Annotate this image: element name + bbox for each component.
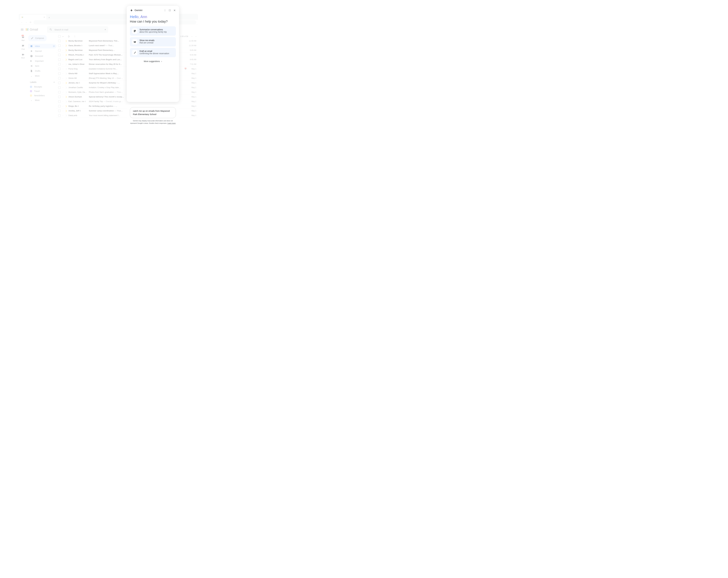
star-icon[interactable]: ☆ [62, 40, 64, 42]
sidebar-item-drafts[interactable]: Drafts [28, 69, 56, 73]
more-icon[interactable] [74, 35, 76, 38]
important-icon[interactable]: ❯ [66, 96, 67, 98]
star-icon[interactable]: ☆ [62, 49, 64, 51]
mail-time: May 1 [188, 86, 196, 89]
star-icon[interactable]: ☆ [62, 96, 64, 98]
row-checkbox[interactable] [58, 86, 60, 89]
expand-icon[interactable] [168, 9, 171, 11]
row-checkbox[interactable] [58, 91, 60, 93]
close-icon[interactable]: × [44, 16, 45, 18]
star-icon[interactable]: ☆ [62, 72, 64, 75]
chevron-down-icon[interactable]: ▾ [62, 36, 63, 37]
select-all-checkbox[interactable] [58, 35, 60, 37]
folder-icon: ⌄ [30, 74, 33, 77]
row-checkbox[interactable] [58, 82, 60, 84]
more-icon[interactable] [164, 9, 166, 11]
forward-icon[interactable]: → [25, 21, 28, 24]
star-icon[interactable]: ☆ [62, 63, 64, 66]
important-icon[interactable]: ❯ [66, 77, 67, 79]
label-color-icon [30, 86, 32, 88]
gemini-input[interactable]: catch me up on emails from Maywood Park … [130, 107, 176, 118]
important-icon[interactable]: ❯ [66, 54, 67, 56]
row-checkbox[interactable] [58, 114, 60, 117]
gemini-suggestion-card[interactable]: Summarize conversationsabout the upcomin… [130, 26, 176, 36]
important-icon[interactable]: ❯ [66, 63, 67, 65]
row-checkbox[interactable] [58, 68, 60, 70]
sidebar-item-starred[interactable]: Starred [28, 49, 56, 53]
row-checkbox[interactable] [58, 40, 60, 42]
label-item-more[interactable]: ⌄More [28, 98, 56, 102]
important-icon[interactable]: ❯ [66, 110, 67, 112]
more-suggestions-button[interactable]: More suggestions › [130, 59, 176, 63]
learn-more-link[interactable]: Learn more [167, 122, 176, 124]
label-item-travel[interactable]: Travel [28, 89, 56, 93]
important-icon[interactable]: ❯ [66, 68, 67, 70]
star-icon[interactable]: ☆ [62, 77, 64, 79]
important-icon[interactable]: ❯ [66, 91, 67, 93]
important-icon[interactable]: ❯ [66, 100, 67, 102]
rail-meet[interactable]: Meet [21, 53, 25, 59]
rail-label: Mail [22, 40, 24, 41]
row-checkbox[interactable] [58, 58, 60, 61]
rail-mail[interactable]: 16 Mail [21, 35, 25, 41]
refresh-icon[interactable] [68, 35, 70, 38]
row-checkbox[interactable] [58, 63, 60, 66]
row-checkbox[interactable] [58, 49, 60, 51]
reload-icon[interactable]: ⟳ [29, 21, 32, 24]
important-icon[interactable]: ❯ [66, 105, 67, 107]
sidebar: Compose Inbox16StarredSnoozedImportantSe… [27, 34, 56, 132]
star-icon[interactable]: ☆ [62, 110, 64, 112]
important-icon[interactable]: ❯ [66, 40, 67, 42]
star-icon[interactable]: ☆ [62, 100, 64, 103]
important-icon[interactable]: ❯ [66, 114, 67, 117]
label-item-receipts[interactable]: Receipts [28, 85, 56, 89]
row-checkbox[interactable] [58, 44, 60, 47]
sidebar-item-snoozed[interactable]: Snoozed [28, 54, 56, 58]
important-icon[interactable]: ❯ [66, 49, 67, 51]
search-options-icon[interactable]: ▾ [105, 28, 106, 31]
star-icon[interactable]: ☆ [62, 105, 64, 107]
label-item-newsletters[interactable]: Newsletters [28, 94, 56, 98]
important-icon[interactable]: ❯ [66, 82, 67, 84]
star-icon[interactable]: ☆ [62, 114, 64, 117]
add-label-icon[interactable]: + [53, 81, 55, 83]
sidebar-item-inbox[interactable]: Inbox16 [28, 44, 56, 49]
back-icon[interactable]: ← [20, 21, 23, 24]
menu-icon[interactable] [20, 28, 24, 31]
important-icon[interactable]: ❯ [66, 86, 67, 89]
row-checkbox[interactable] [58, 54, 60, 56]
star-icon[interactable]: ☆ [62, 68, 64, 70]
new-tab-button[interactable]: + [47, 16, 51, 20]
important-icon[interactable]: ❯ [66, 58, 67, 60]
important-icon[interactable]: ❯ [66, 72, 67, 75]
row-checkbox[interactable] [58, 77, 60, 79]
row-checkbox[interactable] [58, 110, 60, 112]
close-icon[interactable] [173, 9, 176, 11]
next-page-icon[interactable]: › [196, 35, 196, 37]
sidebar-item-sent[interactable]: Sent [28, 64, 56, 68]
compose-button[interactable]: Compose [28, 35, 47, 41]
gemini-suggestion-card[interactable]: Draft an emailconfirming the dinner rese… [130, 48, 176, 57]
row-checkbox[interactable] [58, 96, 60, 98]
row-checkbox[interactable] [58, 72, 60, 75]
sidebar-item-more[interactable]: ⌄More [28, 74, 56, 78]
star-icon[interactable]: ☆ [62, 58, 64, 61]
folder-icon [30, 50, 33, 53]
search-icon [49, 28, 52, 31]
star-icon[interactable]: ☆ [62, 91, 64, 93]
label-text: Travel [34, 90, 40, 92]
prev-page-icon[interactable]: ‹ [191, 35, 192, 37]
search-input[interactable]: Search in mail ▾ [47, 26, 108, 33]
gemini-suggestion-card[interactable]: Show me emailsthat are unread [130, 37, 176, 47]
sidebar-item-important[interactable]: Important [28, 59, 56, 64]
rail-chat[interactable]: Chat [21, 44, 25, 50]
star-icon[interactable]: ☆ [62, 86, 64, 89]
row-checkbox[interactable] [58, 105, 60, 107]
star-icon[interactable]: ☆ [62, 82, 64, 84]
star-icon[interactable]: ☆ [62, 44, 64, 47]
browser-tab[interactable]: M × [20, 15, 46, 20]
important-icon[interactable]: ❯ [66, 44, 67, 47]
star-icon[interactable]: ☆ [62, 54, 64, 56]
row-checkbox[interactable] [58, 100, 60, 103]
gmail-logo: M Gmail [26, 27, 38, 32]
